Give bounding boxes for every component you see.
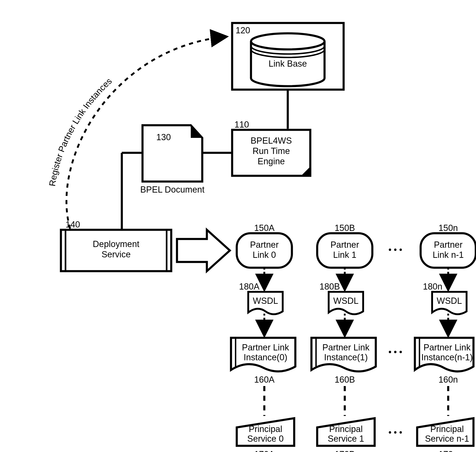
partner-link-1: 150B Partner Link 1 (317, 223, 372, 268)
linkbase-label: Link Base (269, 59, 307, 68)
s1-l1: Principal (329, 424, 363, 434)
wn-text: WSDL (437, 296, 462, 306)
sn-l1: Principal (430, 424, 464, 434)
deploy-l1: Deployment (93, 239, 140, 249)
wn-num: 180n (423, 282, 442, 291)
sn-num: 170n (439, 450, 458, 452)
in-num: 160n (439, 375, 458, 385)
i1-num: 160B (335, 375, 355, 385)
pl1-l2: Link 1 (333, 250, 356, 260)
deploy-num: 140 (66, 220, 80, 229)
pln-l2: Link n-1 (433, 250, 464, 260)
i0-num: 160A (254, 375, 275, 385)
deploy-l2: Service (102, 250, 131, 259)
w1-num: 180B (320, 282, 340, 291)
linkbase-num: 120 (235, 26, 250, 35)
dots-row3: ••• (389, 428, 404, 437)
i0-l1: Partner Link (242, 343, 289, 352)
pl0-num: 150A (254, 223, 275, 233)
pl0-l1: Partner (250, 240, 279, 250)
partner-link-n: 150n Partner Link n-1 (421, 223, 476, 268)
svg-point-3 (251, 33, 325, 49)
instance-n: Partner Link Instance(n-1) 160n (415, 338, 474, 385)
wsdl-1: 180B WSDL (320, 282, 363, 314)
wide-arrow-icon (177, 230, 230, 271)
linkbase-box: 120 Link Base (232, 23, 344, 90)
service-n: Principal Service n-1 170n (417, 418, 474, 452)
i1-l2: Instance(1) (324, 352, 368, 362)
wsdl-0: 180A WSDL (239, 282, 283, 314)
w1-text: WSDL (333, 296, 359, 306)
dots-row2: ••• (389, 347, 404, 357)
bpel-document: 130 BPEL Document (140, 125, 232, 194)
pl1-num: 150B (335, 223, 355, 233)
s0-l1: Principal (249, 424, 282, 434)
s0-num: 170A (254, 450, 275, 452)
s0-l2: Service 0 (247, 434, 284, 444)
register-label: Register Partner Link Instances (47, 76, 114, 187)
engine-num: 110 (235, 120, 249, 129)
in-l1: Partner Link (424, 343, 471, 352)
w0-num: 180A (239, 282, 260, 291)
pl1-l1: Partner (330, 240, 359, 250)
pl0-l2: Link 0 (253, 250, 276, 260)
s1-num: 170B (335, 450, 355, 452)
w0-text: WSDL (253, 296, 278, 306)
engine-box: 110 BPEL4WS Run Time Engine (232, 90, 310, 176)
service-0: Principal Service 0 170A (237, 418, 294, 452)
pln-num: 150n (439, 223, 458, 233)
register-arrow: Register Partner Link Instances (47, 32, 225, 229)
i1-l1: Partner Link (322, 343, 370, 352)
engine-l1: BPEL4WS (250, 136, 292, 146)
s1-l2: Service 1 (328, 434, 364, 444)
engine-l3: Engine (258, 156, 285, 166)
instance-0: Partner Link Instance(0) 160A (231, 338, 295, 385)
in-l2: Instance(n-1) (421, 352, 473, 362)
wsdl-n: 180n WSDL (423, 282, 467, 314)
deployment-service: 140 Deployment Service (61, 220, 171, 271)
bpel-caption: BPEL Document (140, 185, 205, 194)
partner-link-0: 150A Partner Link 0 (237, 223, 292, 268)
i0-l2: Instance(0) (244, 352, 287, 362)
service-1: Principal Service 1 170B (317, 418, 375, 452)
instance-1: Partner Link Instance(1) 160B (311, 338, 376, 385)
bpel-num: 130 (156, 132, 171, 142)
sn-l2: Service n-1 (425, 434, 469, 444)
pln-l1: Partner (434, 240, 463, 250)
dots-row1: ••• (389, 245, 404, 255)
engine-l2: Run Time (253, 146, 290, 156)
